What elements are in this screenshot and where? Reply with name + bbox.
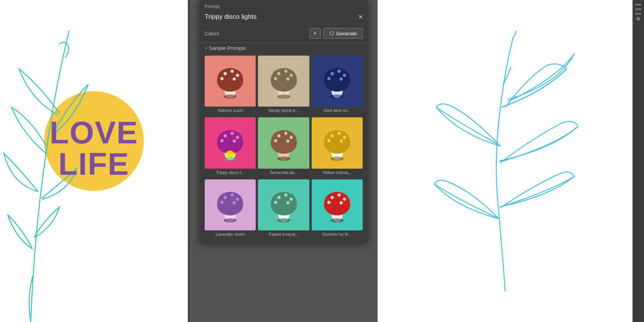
sample-item-summer-by-th[interactable]: Summer by th...: [312, 179, 363, 239]
svg-point-58: [277, 219, 290, 223]
sample-thumb-trippy-disco: [205, 117, 256, 168]
svg-point-53: [231, 193, 234, 197]
sample-label-yellow-subma: Yellow subma...: [312, 170, 363, 177]
sample-label-faded-emeral: Faded emeral...: [258, 232, 309, 239]
svg-point-21: [343, 74, 346, 77]
svg-point-72: [340, 201, 343, 205]
sample-item-trippy-disco[interactable]: Trippy disco l...: [205, 117, 256, 177]
svg-point-27: [224, 134, 227, 138]
svg-point-15: [286, 77, 289, 81]
left-canvas: LOVELIFE: [0, 0, 188, 322]
add-color-button[interactable]: +: [310, 28, 320, 39]
sample-label-trippy-disco: Trippy disco l...: [205, 170, 256, 177]
prompt-input-row: Trippy disco lights ✕: [199, 11, 368, 24]
prompt-text[interactable]: Trippy disco lights: [205, 13, 353, 21]
svg-point-64: [286, 201, 289, 205]
svg-point-68: [330, 196, 334, 199]
svg-point-7: [233, 77, 236, 81]
sample-item-salmon-sushi[interactable]: Salmon sushi: [205, 56, 256, 115]
prompt-panel: Prompt Trippy disco lights ✕ Colors + ⬡ …: [199, 0, 368, 243]
sample-thumb-faded-emeral: [258, 179, 309, 230]
svg-point-62: [289, 197, 293, 201]
svg-point-36: [277, 134, 281, 138]
svg-point-6: [220, 77, 224, 80]
svg-point-54: [236, 197, 240, 201]
sample-prompts-label: Sample Prompts: [209, 45, 246, 51]
sample-thumb-yellow-subma: [312, 117, 363, 168]
svg-point-9: [277, 95, 290, 99]
panel-label: Prompt: [199, 0, 368, 11]
sample-label-summer-by-th: Summer by th...: [312, 232, 363, 239]
svg-point-25: [224, 156, 237, 161]
svg-point-1: [224, 95, 237, 99]
svg-point-45: [337, 131, 341, 135]
svg-point-28: [231, 131, 234, 135]
generate-icon: ⬡: [329, 30, 334, 36]
svg-point-12: [284, 70, 288, 73]
svg-point-44: [330, 134, 334, 138]
svg-point-52: [224, 196, 227, 199]
generate-button[interactable]: ⬡ Generate: [324, 28, 363, 39]
sample-prompts-header: ∨ Sample Prompts: [199, 43, 368, 54]
colors-section: Colors + ⬡ Generate: [199, 24, 368, 43]
svg-point-42: [330, 156, 343, 161]
svg-point-23: [340, 77, 343, 81]
svg-point-39: [274, 139, 277, 142]
svg-point-4: [231, 70, 234, 73]
generate-label: Generate: [336, 31, 357, 36]
svg-point-34: [277, 156, 290, 161]
close-icon: ✕: [358, 13, 363, 21]
right-leaf-decoration: [413, 31, 597, 291]
sample-label-lavender-storm: Lavender storm: [205, 232, 256, 239]
sample-item-yellow-subma[interactable]: Yellow subma...: [312, 117, 363, 177]
sample-grid: Salmon sushiSandy stone b...Dark blue mi…: [199, 54, 368, 243]
svg-point-47: [327, 139, 331, 142]
svg-point-40: [286, 139, 289, 143]
svg-point-14: [274, 77, 277, 80]
svg-point-29: [236, 136, 240, 139]
sample-thumb-sandy-stone: [258, 56, 309, 107]
panel-area: Prompt Trippy disco lights ✕ Colors + ⬡ …: [190, 0, 378, 322]
svg-point-30: [220, 139, 224, 142]
svg-point-13: [289, 74, 293, 77]
sample-thumb-summer-by-th: [312, 179, 363, 230]
sample-item-dark-blue-mi[interactable]: Dark blue mi...: [312, 56, 363, 115]
svg-point-31: [233, 139, 236, 143]
sample-thumb-lavender-storm: [205, 179, 256, 230]
svg-point-69: [337, 193, 341, 197]
sample-thumb-salmon-sushi: [205, 56, 256, 107]
sample-item-terracotta-de[interactable]: Terracotta de...: [258, 117, 309, 177]
sidebar-tool-3[interactable]: [635, 13, 641, 15]
svg-point-20: [337, 70, 341, 73]
svg-point-32: [226, 150, 234, 157]
chevron-down-icon: ∨: [205, 46, 207, 50]
right-canvas: [378, 0, 632, 322]
svg-point-56: [233, 201, 236, 205]
sample-thumb-dark-blue-mi: [312, 56, 363, 107]
svg-point-37: [284, 131, 288, 135]
colors-label: Colors: [205, 31, 219, 36]
sidebar-tool-2[interactable]: [635, 8, 641, 10]
svg-point-5: [236, 74, 240, 77]
love-life-text: LOVELIFE: [49, 117, 138, 180]
sample-item-faded-emeral[interactable]: Faded emeral...: [258, 179, 309, 239]
far-right-sidebar: [632, 0, 644, 322]
sidebar-tool-1[interactable]: [635, 4, 641, 5]
sidebar-dot-1: [636, 17, 640, 21]
svg-point-22: [327, 77, 331, 80]
sample-label-terracotta-de: Terracotta de...: [258, 170, 309, 177]
sample-item-sandy-stone[interactable]: Sandy stone b...: [258, 56, 309, 115]
svg-point-66: [330, 219, 343, 223]
svg-point-71: [327, 201, 331, 204]
svg-point-70: [343, 197, 346, 201]
svg-point-55: [220, 201, 224, 204]
sample-thumb-terracotta-de: [258, 117, 309, 168]
sample-label-sandy-stone: Sandy stone b...: [258, 108, 309, 115]
svg-point-61: [284, 193, 288, 197]
close-button[interactable]: ✕: [356, 13, 364, 21]
svg-point-46: [343, 136, 346, 139]
svg-point-3: [224, 72, 227, 76]
sample-label-salmon-sushi: Salmon sushi: [205, 108, 256, 115]
sample-item-lavender-storm[interactable]: Lavender storm: [205, 179, 256, 239]
colors-actions: + ⬡ Generate: [310, 28, 363, 39]
